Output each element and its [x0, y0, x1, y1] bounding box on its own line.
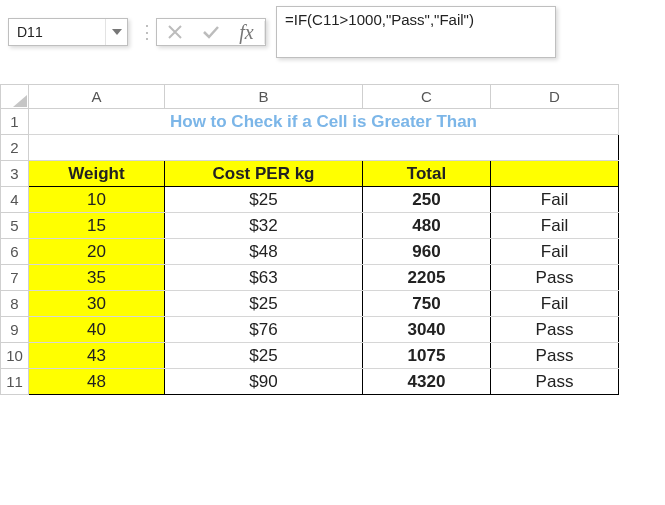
cell-D7[interactable]: Pass [491, 265, 619, 291]
col-header-D[interactable]: D [491, 85, 619, 109]
cancel-x-icon[interactable] [157, 19, 193, 45]
row-header-3[interactable]: 3 [1, 161, 29, 187]
row-header-1[interactable]: 1 [1, 109, 29, 135]
row-header-6[interactable]: 6 [1, 239, 29, 265]
cell-blank[interactable] [29, 135, 619, 161]
name-box[interactable]: D11 [8, 18, 128, 46]
cell-B9[interactable]: $76 [165, 317, 363, 343]
header-weight[interactable]: Weight [29, 161, 165, 187]
title-cell[interactable]: How to Check if a Cell is Greater Than [29, 109, 619, 135]
cell-D5[interactable]: Fail [491, 213, 619, 239]
row-header-2[interactable]: 2 [1, 135, 29, 161]
row-header-11[interactable]: 11 [1, 369, 29, 395]
cell-A10[interactable]: 43 [29, 343, 165, 369]
cell-D10[interactable]: Pass [491, 343, 619, 369]
cell-B10[interactable]: $25 [165, 343, 363, 369]
row-header-7[interactable]: 7 [1, 265, 29, 291]
cell-A11[interactable]: 48 [29, 369, 165, 395]
enter-check-icon[interactable] [193, 19, 229, 45]
separator-dots-icon: ⋮ [138, 21, 146, 43]
cell-C10[interactable]: 1075 [363, 343, 491, 369]
cell-B5[interactable]: $32 [165, 213, 363, 239]
header-total[interactable]: Total [363, 161, 491, 187]
chevron-down-icon[interactable] [105, 19, 127, 45]
formula-input[interactable]: =IF(C11>1000,"Pass","Fail") [276, 6, 556, 58]
cell-B8[interactable]: $25 [165, 291, 363, 317]
select-all-corner[interactable] [1, 85, 29, 109]
cell-A7[interactable]: 35 [29, 265, 165, 291]
header-cost[interactable]: Cost PER kg [165, 161, 363, 187]
cell-C5[interactable]: 480 [363, 213, 491, 239]
cell-C9[interactable]: 3040 [363, 317, 491, 343]
name-box-value: D11 [9, 24, 105, 40]
row-header-4[interactable]: 4 [1, 187, 29, 213]
cell-D4[interactable]: Fail [491, 187, 619, 213]
cell-A6[interactable]: 20 [29, 239, 165, 265]
cell-B11[interactable]: $90 [165, 369, 363, 395]
cell-C7[interactable]: 2205 [363, 265, 491, 291]
cell-A8[interactable]: 30 [29, 291, 165, 317]
cell-D11[interactable]: Pass [491, 369, 619, 395]
row-header-10[interactable]: 10 [1, 343, 29, 369]
cell-C6[interactable]: 960 [363, 239, 491, 265]
header-result[interactable] [491, 161, 619, 187]
cell-A4[interactable]: 10 [29, 187, 165, 213]
cell-D9[interactable]: Pass [491, 317, 619, 343]
cell-B7[interactable]: $63 [165, 265, 363, 291]
cell-A9[interactable]: 40 [29, 317, 165, 343]
cell-D8[interactable]: Fail [491, 291, 619, 317]
cell-C8[interactable]: 750 [363, 291, 491, 317]
col-header-C[interactable]: C [363, 85, 491, 109]
col-header-B[interactable]: B [165, 85, 363, 109]
formula-bar-area: D11 ⋮ fx =IF(C11>1000,"Pass","Fail") [0, 0, 665, 62]
cell-A5[interactable]: 15 [29, 213, 165, 239]
cell-C11[interactable]: 4320 [363, 369, 491, 395]
row-header-8[interactable]: 8 [1, 291, 29, 317]
formula-buttons: fx [156, 18, 266, 46]
row-header-9[interactable]: 9 [1, 317, 29, 343]
cell-D6[interactable]: Fail [491, 239, 619, 265]
insert-function-icon[interactable]: fx [229, 21, 265, 44]
cell-C4[interactable]: 250 [363, 187, 491, 213]
col-header-A[interactable]: A [29, 85, 165, 109]
row-header-5[interactable]: 5 [1, 213, 29, 239]
cell-B6[interactable]: $48 [165, 239, 363, 265]
spreadsheet-grid: A B C D 1 How to Check if a Cell is Grea… [0, 84, 665, 395]
grid-table: A B C D 1 How to Check if a Cell is Grea… [0, 84, 619, 395]
cell-B4[interactable]: $25 [165, 187, 363, 213]
